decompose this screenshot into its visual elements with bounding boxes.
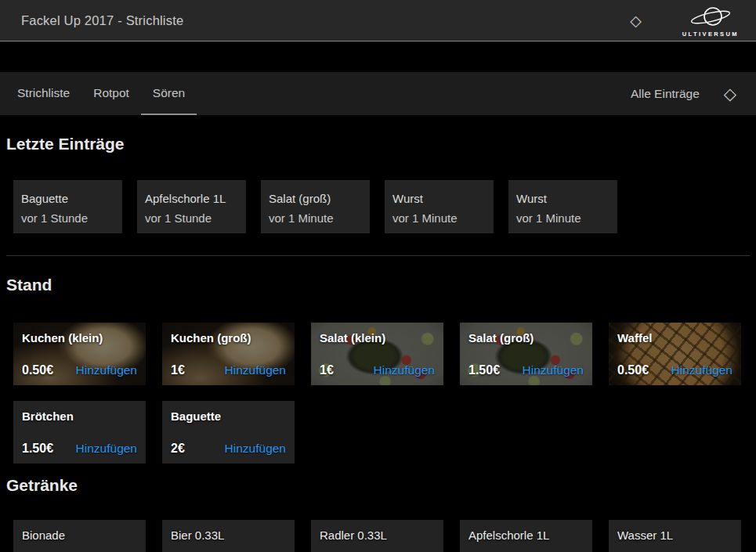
product-name: Radler 0.33L: [320, 529, 435, 542]
product-name: Kuchen (groß): [171, 331, 286, 345]
diamond-icon[interactable]: ◇: [724, 85, 736, 102]
recent-entry-card: Salat (groß) vor 1 Minute: [261, 180, 370, 233]
drinks-heading: Getränke: [6, 475, 750, 496]
product-card-inner: Bionade: [13, 520, 146, 552]
logo-text: ULTIVERSUM: [682, 31, 739, 38]
product-card: Kuchen (groß) 1€ Hinzufügen: [162, 323, 295, 385]
product-name: Bier 0.33L: [171, 529, 286, 542]
recent-entry-time: vor 1 Stunde: [21, 208, 114, 228]
product-card-inner: Radler 0.33L: [311, 520, 443, 552]
recent-entry-time: vor 1 Minute: [516, 208, 610, 228]
product-card-footer: 1.50€ Hinzufügen: [468, 363, 584, 377]
product-name: Salat (klein): [320, 331, 435, 345]
product-name: Bionade: [22, 529, 137, 542]
product-card: Radler 0.33L: [311, 520, 443, 552]
product-price: 0.50€: [22, 363, 53, 377]
recent-entries-heading: Letzte Einträge: [6, 134, 750, 154]
product-card-inner: Kuchen (groß) 1€ Hinzufügen: [162, 323, 295, 385]
product-card: Waffel 0.50€ Hinzufügen: [609, 323, 741, 385]
product-card-inner: Waffel 0.50€ Hinzufügen: [609, 323, 741, 385]
product-card-footer: 1€ Hinzufügen: [320, 363, 435, 377]
product-card-inner: Bier 0.33L: [162, 520, 295, 552]
product-card-inner: Salat (groß) 1.50€ Hinzufügen: [460, 323, 592, 385]
recent-entry-card: Wurst vor 1 Minute: [385, 180, 494, 233]
product-card: Brötchen 1.50€ Hinzufügen: [13, 401, 146, 464]
product-card: Salat (klein) 1€ Hinzufügen: [311, 323, 443, 385]
recent-entry-name: Wurst: [392, 189, 486, 208]
product-card: Bionade: [13, 520, 146, 552]
product-name: Apfelschorle 1L: [468, 529, 584, 542]
topbar-actions: ◇ ULTIVERSUM: [630, 3, 739, 38]
navbar-right: Alle Einträge ◇: [631, 72, 736, 115]
stand-product-grid: Kuchen (klein) 0.50€ Hinzufügen Kuchen (…: [13, 323, 756, 464]
recent-entry-card: Apfelschorle 1L vor 1 Stunde: [137, 180, 246, 233]
app-title: Fackel Up 2017 - Strichliste: [21, 13, 183, 28]
product-price: 1.50€: [468, 363, 500, 377]
section-divider: [6, 255, 750, 256]
nav-tab[interactable]: Strichliste: [5, 72, 81, 115]
product-name: Kuchen (klein): [22, 331, 137, 345]
product-card-footer: 1.50€ Hinzufügen: [22, 442, 137, 456]
recent-entry-card: Wurst vor 1 Minute: [508, 180, 617, 233]
add-button[interactable]: Hinzufügen: [76, 363, 137, 377]
recent-entry-name: Apfelschorle 1L: [145, 189, 238, 208]
product-name: Baguette: [171, 409, 286, 423]
recent-entry-name: Baguette: [21, 189, 114, 208]
product-name: Wasser 1L: [617, 529, 732, 542]
all-entries-link[interactable]: Alle Einträge: [631, 87, 700, 101]
product-card: Wasser 1L: [609, 520, 741, 552]
product-card-inner: Wasser 1L: [609, 520, 741, 552]
product-price: 1€: [320, 363, 334, 377]
nav-tab[interactable]: Rotpot: [81, 72, 141, 115]
recent-entry-time: vor 1 Stunde: [145, 208, 238, 228]
product-card: Salat (groß) 1.50€ Hinzufügen: [460, 323, 592, 385]
product-card-footer: 0.50€ Hinzufügen: [617, 363, 732, 377]
product-price: 2€: [171, 442, 185, 456]
add-button[interactable]: Hinzufügen: [76, 442, 137, 456]
product-name: Brötchen: [22, 409, 137, 423]
diamond-icon[interactable]: ◇: [630, 13, 642, 28]
product-price: 1.50€: [22, 442, 53, 456]
product-card-inner: Apfelschorle 1L: [460, 520, 592, 552]
add-button[interactable]: Hinzufügen: [225, 363, 286, 377]
topbar: Fackel Up 2017 - Strichliste ◇ ULTIVERSU…: [0, 0, 756, 41]
add-button[interactable]: Hinzufügen: [671, 363, 732, 377]
recent-entry-time: vor 1 Minute: [269, 208, 362, 228]
product-price: 1€: [171, 363, 185, 377]
product-card-inner: Baguette 2€ Hinzufügen: [162, 401, 295, 464]
product-card: Baguette 2€ Hinzufügen: [162, 401, 295, 464]
product-card-footer: 0.50€ Hinzufügen: [22, 363, 137, 377]
add-button[interactable]: Hinzufügen: [523, 363, 584, 377]
product-card: Kuchen (klein) 0.50€ Hinzufügen: [13, 323, 146, 385]
main-content: Letzte Einträge Baguette vor 1 Stunde Ap…: [0, 134, 756, 552]
recent-entry-name: Wurst: [516, 189, 610, 208]
product-name: Waffel: [617, 331, 732, 345]
product-price: 0.50€: [617, 363, 649, 377]
product-card-inner: Brötchen 1.50€ Hinzufügen: [13, 401, 146, 464]
navbar: Strichliste Rotpot Sören Alle Einträge ◇: [0, 72, 756, 115]
stand-heading: Stand: [6, 275, 750, 295]
recent-entry-name: Salat (groß): [269, 189, 362, 208]
product-card-inner: Salat (klein) 1€ Hinzufügen: [311, 323, 443, 385]
planet-logo-icon: [686, 5, 735, 31]
product-card-footer: 2€ Hinzufügen: [171, 442, 286, 456]
tab-list: Strichliste Rotpot Sören: [5, 72, 197, 115]
ultiversum-logo: ULTIVERSUM: [682, 5, 739, 38]
recent-entry-card: Baguette vor 1 Stunde: [13, 180, 122, 233]
product-card: Apfelschorle 1L: [460, 520, 592, 552]
add-button[interactable]: Hinzufügen: [374, 363, 435, 377]
drinks-product-grid: Bionade Bier 0.33L Radler 0.33L Apfelsch…: [13, 520, 756, 552]
product-card: Bier 0.33L: [162, 520, 295, 552]
nav-tab[interactable]: Sören: [141, 72, 197, 115]
recent-entries-row: Baguette vor 1 Stunde Apfelschorle 1L vo…: [13, 180, 750, 233]
recent-entry-time: vor 1 Minute: [392, 208, 486, 228]
add-button[interactable]: Hinzufügen: [225, 442, 286, 456]
product-card-footer: 1€ Hinzufügen: [171, 363, 286, 377]
product-card-inner: Kuchen (klein) 0.50€ Hinzufügen: [13, 323, 146, 385]
product-name: Salat (groß): [468, 331, 584, 345]
